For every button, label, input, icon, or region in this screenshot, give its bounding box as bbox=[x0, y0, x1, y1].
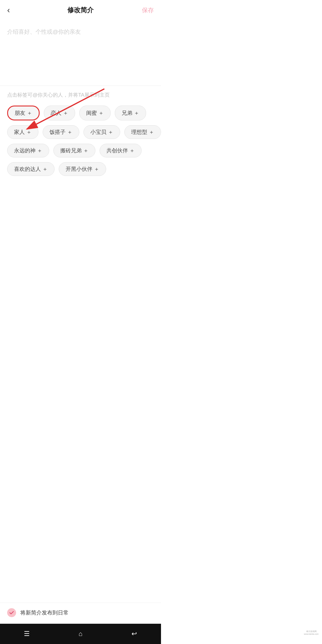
tag-bricks[interactable]: 搬砖兄弟 ＋ bbox=[53, 144, 95, 157]
tag-bestie[interactable]: 闺蜜 ＋ bbox=[79, 106, 111, 120]
tag-cocreate[interactable]: 共创伙伴 ＋ bbox=[100, 144, 142, 157]
tag-family[interactable]: 家人 ＋ bbox=[7, 125, 38, 139]
tag-row-4: 喜欢的达人 ＋ 开黑小伙伴 ＋ bbox=[7, 162, 154, 176]
bio-placeholder: 介绍喜好、个性或@你的亲友 bbox=[7, 29, 81, 35]
tag-god[interactable]: 永远的神 ＋ bbox=[7, 144, 49, 157]
header: ‹ 修改简介 保存 bbox=[0, 0, 161, 20]
tag-kol[interactable]: 喜欢的达人 ＋ bbox=[7, 162, 55, 176]
back-button[interactable]: ‹ bbox=[7, 5, 20, 15]
tag-brother[interactable]: 兄弟 ＋ bbox=[115, 106, 146, 120]
tags-section: 点击标签可@你关心的人，并将TA展示到主页 朋友 ＋ 恋人 ＋ 闺蜜 ＋ 兄弟 … bbox=[0, 86, 161, 188]
save-button[interactable]: 保存 bbox=[141, 6, 154, 14]
tag-row-2: 家人 ＋ 饭搭子 ＋ 小宝贝 ＋ 理想型 ＋ bbox=[7, 125, 154, 139]
tag-lover[interactable]: 恋人 ＋ bbox=[44, 106, 75, 120]
tag-meal-buddy[interactable]: 饭搭子 ＋ bbox=[43, 125, 79, 139]
tag-gaming[interactable]: 开黑小伙伴 ＋ bbox=[59, 162, 106, 176]
tag-row-1: 朋友 ＋ 恋人 ＋ 闺蜜 ＋ 兄弟 ＋ bbox=[7, 106, 154, 120]
tag-ideal[interactable]: 理想型 ＋ bbox=[124, 125, 161, 139]
tag-friends[interactable]: 朋友 ＋ bbox=[7, 106, 40, 120]
tag-row-3: 永远的神 ＋ 搬砖兄弟 ＋ 共创伙伴 ＋ bbox=[7, 144, 154, 157]
page-title: 修改简介 bbox=[20, 6, 141, 15]
tags-hint: 点击标签可@你关心的人，并将TA展示到主页 bbox=[7, 91, 154, 99]
tag-baby[interactable]: 小宝贝 ＋ bbox=[83, 125, 120, 139]
bio-area[interactable]: 介绍喜好、个性或@你的亲友 bbox=[0, 20, 161, 86]
